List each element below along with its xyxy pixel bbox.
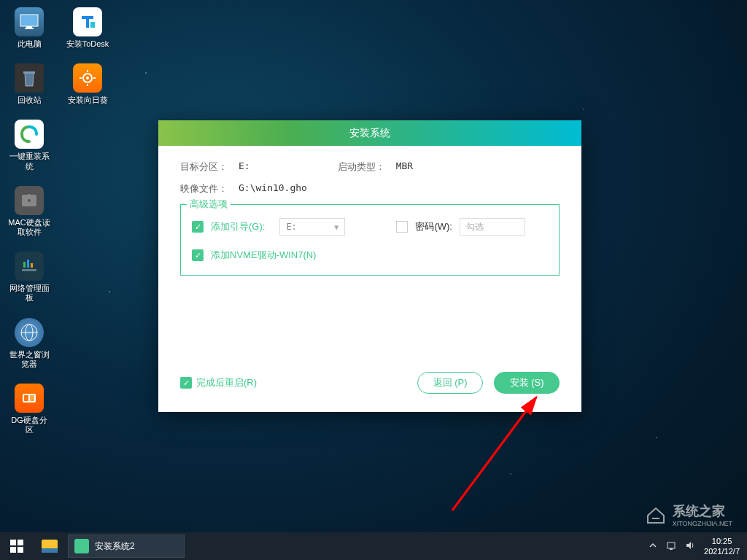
- target-partition-value: E:: [239, 160, 250, 174]
- watermark-icon: [645, 504, 667, 526]
- desktop-icon-browser[interactable]: 世界之窗浏览器: [7, 318, 51, 369]
- restart-checkbox[interactable]: [180, 377, 192, 389]
- dg-partition-icon: [15, 384, 44, 413]
- advanced-options-fieldset: 高级选项 添加引导(G): E: ▼ 密码(W): 勾选 添加NVME驱动-WI…: [180, 204, 560, 276]
- svg-rect-2: [25, 28, 34, 29]
- dialog-title: 安装系统: [158, 120, 581, 146]
- watermark-text: 系统之家: [673, 502, 732, 520]
- taskbar-explorer[interactable]: [33, 532, 66, 560]
- todesk-icon: [73, 7, 102, 36]
- nvme-checkbox[interactable]: [192, 249, 204, 261]
- password-placeholder: 勾选: [466, 221, 484, 233]
- watermark-sub: XITONGZHIJIA.NET: [673, 520, 732, 527]
- desktop-icon-label: 此电脑: [18, 39, 42, 49]
- svg-rect-29: [667, 542, 675, 548]
- desktop-icon-mac[interactable]: MAC硬盘读取软件: [7, 186, 51, 237]
- desktop-icon-label: MAC硬盘读取软件: [7, 218, 51, 237]
- install-button[interactable]: 安装 (S): [494, 372, 560, 394]
- svg-rect-27: [10, 547, 16, 553]
- desktop-icons-container: 此电脑 安装ToDesk 回收站 安装向日葵 一键重装系统: [7, 7, 109, 435]
- system-tray: 10:25 2021/12/7: [649, 532, 740, 560]
- tray-chevron-icon[interactable]: [649, 541, 657, 551]
- install-dialog: 安装系统 目标分区： E: 启动类型： MBR 映像文件： G:\win10.g…: [158, 120, 581, 412]
- tray-volume-icon[interactable]: [685, 540, 695, 552]
- browser-icon: [15, 318, 44, 347]
- taskbar-clock[interactable]: 10:25 2021/12/7: [704, 536, 740, 557]
- add-boot-checkbox[interactable]: [192, 221, 204, 233]
- svg-rect-21: [30, 395, 34, 401]
- dialog-footer: 完成后重启(R) 返回 (P) 安装 (S): [180, 372, 560, 394]
- svg-rect-15: [22, 269, 36, 271]
- image-file-value: G:\win10.gho: [239, 182, 307, 195]
- folder-icon: [42, 540, 58, 553]
- tray-network-icon[interactable]: [666, 540, 676, 552]
- taskbar: 安装系统2 10:25 2021/12/7: [0, 532, 747, 560]
- svg-point-11: [28, 199, 31, 202]
- image-file-label: 映像文件：: [180, 182, 239, 195]
- recycle-bin-icon: [15, 63, 44, 93]
- desktop-icon-pc[interactable]: 此电脑: [7, 7, 51, 49]
- add-boot-label: 添加引导(G):: [211, 220, 265, 233]
- network-panel-icon: [15, 252, 44, 281]
- dropdown-value: E:: [286, 222, 296, 232]
- desktop-icon-label: 一键重装系统: [7, 152, 51, 171]
- desktop-icon-label: DG硬盘分区: [7, 416, 51, 435]
- svg-point-5: [86, 77, 89, 79]
- installer-app-icon: [74, 539, 89, 553]
- back-button[interactable]: 返回 (P): [417, 372, 483, 394]
- svg-rect-1: [26, 26, 32, 28]
- pc-icon: [15, 7, 44, 36]
- svg-rect-30: [670, 548, 673, 550]
- reinstall-icon: [15, 120, 44, 149]
- windows-icon: [10, 540, 23, 553]
- boot-type-value: MBR: [396, 160, 413, 174]
- desktop-icon-label: 回收站: [18, 96, 42, 105]
- desktop-icon-reinstall[interactable]: 一键重装系统: [7, 120, 51, 171]
- svg-rect-28: [18, 547, 23, 553]
- desktop-icon-label: 世界之窗浏览器: [7, 350, 51, 369]
- watermark: 系统之家 XITONGZHIJIA.NET: [645, 502, 732, 527]
- password-label: 密码(W):: [415, 220, 452, 233]
- clock-date: 2021/12/7: [704, 546, 740, 556]
- svg-rect-13: [27, 260, 29, 268]
- taskbar-app-title: 安装系统2: [95, 540, 135, 553]
- restart-label: 完成后重启(R): [196, 376, 257, 389]
- start-button[interactable]: [0, 532, 33, 560]
- taskbar-app-installer[interactable]: 安装系统2: [68, 534, 185, 558]
- clock-time: 10:25: [704, 536, 740, 546]
- svg-rect-0: [20, 15, 38, 26]
- svg-rect-26: [18, 540, 23, 545]
- mac-disk-icon: [15, 186, 44, 215]
- password-input[interactable]: 勾选: [460, 218, 525, 236]
- password-checkbox[interactable]: [396, 221, 408, 233]
- desktop-icon-label: 安装向日葵: [68, 96, 108, 105]
- desktop-icon-network[interactable]: 网络管理面板: [7, 252, 51, 303]
- dialog-body: 目标分区： E: 启动类型： MBR 映像文件： G:\win10.gho 高级…: [158, 146, 581, 290]
- desktop-icon-todesk[interactable]: 安装ToDesk: [66, 7, 109, 49]
- desktop-icon-recycle[interactable]: 回收站: [7, 63, 51, 105]
- svg-rect-25: [10, 540, 16, 545]
- svg-rect-14: [31, 263, 33, 268]
- chevron-down-icon: ▼: [334, 223, 338, 231]
- svg-rect-12: [23, 262, 26, 268]
- target-partition-label: 目标分区：: [180, 160, 239, 174]
- svg-rect-20: [24, 395, 28, 401]
- advanced-options-legend: 高级选项: [187, 198, 231, 211]
- nvme-label: 添加NVME驱动-WIN7(N): [211, 249, 316, 262]
- boot-drive-dropdown[interactable]: E: ▼: [279, 218, 345, 236]
- boot-type-label: 启动类型：: [338, 160, 396, 174]
- desktop-icon-label: 安装ToDesk: [66, 39, 109, 49]
- sunflower-icon: [73, 63, 102, 93]
- desktop-icon-label: 网络管理面板: [7, 284, 51, 303]
- desktop-icon-sunflower[interactable]: 安装向日葵: [66, 63, 109, 105]
- svg-rect-3: [23, 71, 35, 74]
- desktop-icon-dg[interactable]: DG硬盘分区: [7, 384, 51, 435]
